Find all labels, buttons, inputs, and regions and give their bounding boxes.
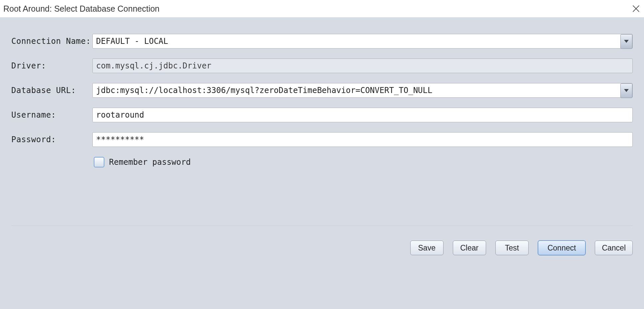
username-input[interactable] <box>92 108 633 122</box>
remember-password-checkbox[interactable] <box>94 157 104 167</box>
save-button[interactable]: Save <box>410 241 444 255</box>
connection-name-label: Connection Name: <box>11 37 92 46</box>
chevron-down-icon <box>624 88 629 94</box>
database-url-label: Database URL: <box>11 86 92 95</box>
connect-button[interactable]: Connect <box>538 241 586 255</box>
username-row: Username: <box>11 108 633 122</box>
form-area: Connection Name: Driver: com.mysql.cj.jd… <box>0 17 644 167</box>
separator <box>11 226 633 227</box>
test-button[interactable]: Test <box>495 241 529 255</box>
dialog-body: Connection Name: Driver: com.mysql.cj.jd… <box>0 17 644 309</box>
remember-password-row: Remember password <box>94 157 633 167</box>
password-label: Password: <box>11 135 92 144</box>
database-url-input[interactable] <box>92 83 633 98</box>
window-title: Root Around: Select Database Connection <box>3 4 631 14</box>
chevron-down-icon <box>624 39 629 45</box>
username-label: Username: <box>11 110 92 120</box>
cancel-button[interactable]: Cancel <box>595 241 633 255</box>
database-url-row: Database URL: <box>11 83 633 98</box>
remember-password-label: Remember password <box>109 157 191 167</box>
password-row: Password: <box>11 132 633 147</box>
connection-name-input[interactable] <box>92 34 633 49</box>
driver-label: Driver: <box>11 61 92 70</box>
close-icon[interactable] <box>631 4 641 13</box>
driver-row: Driver: com.mysql.cj.jdbc.Driver <box>11 58 633 73</box>
password-input[interactable] <box>92 132 633 147</box>
clear-button[interactable]: Clear <box>453 241 486 255</box>
title-bar: Root Around: Select Database Connection <box>0 0 644 17</box>
driver-input: com.mysql.cj.jdbc.Driver <box>92 58 633 73</box>
connection-name-row: Connection Name: <box>11 34 633 49</box>
connection-name-dropdown-button[interactable] <box>620 34 632 49</box>
svg-marker-2 <box>624 40 629 43</box>
button-row: Save Clear Test Connect Cancel <box>410 241 633 255</box>
svg-marker-3 <box>624 89 629 92</box>
database-url-dropdown-button[interactable] <box>620 83 632 98</box>
